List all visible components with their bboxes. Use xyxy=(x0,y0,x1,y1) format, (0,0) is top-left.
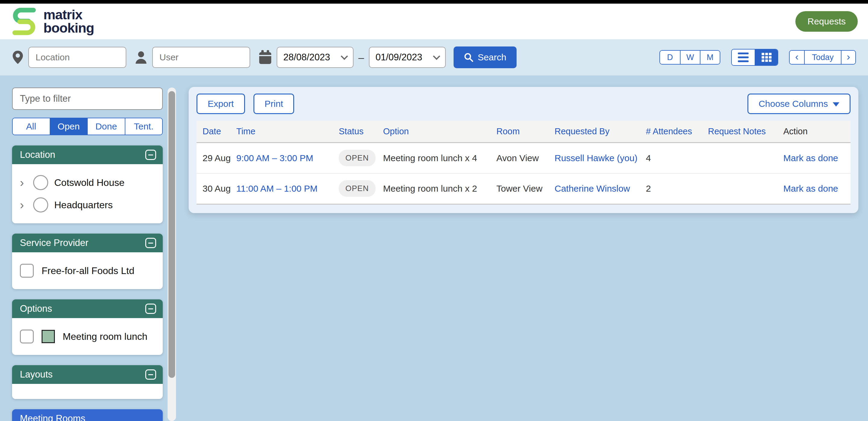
date-nav-group: ‹ Today › xyxy=(789,50,856,64)
location-radio[interactable] xyxy=(33,175,48,190)
list-icon xyxy=(738,53,749,62)
layouts-section-header[interactable]: Layouts xyxy=(12,365,163,384)
date-to-select[interactable]: 01/09/2023 xyxy=(369,47,446,68)
column-header-attendees[interactable]: # Attendees xyxy=(646,121,708,142)
logo-mark-icon xyxy=(10,6,38,37)
requests-table: Date Time Status Option Room Requested B… xyxy=(196,121,850,205)
cell-room: Tower View xyxy=(496,173,555,204)
tab-tentative[interactable]: Tent. xyxy=(125,118,162,135)
week-view-button[interactable]: W xyxy=(680,51,700,64)
column-header-status[interactable]: Status xyxy=(339,121,383,142)
options-section-header[interactable]: Options xyxy=(12,299,163,318)
section-title: Options xyxy=(20,303,52,314)
service-provider-checkbox[interactable] xyxy=(20,264,34,278)
column-header-date[interactable]: Date xyxy=(196,121,236,142)
column-header-requested-by[interactable]: Requested By xyxy=(555,121,646,142)
status-badge: OPEN xyxy=(339,180,375,197)
user-input[interactable] xyxy=(152,47,250,68)
sidebar-scrollbar-thumb[interactable] xyxy=(168,91,175,378)
time-link[interactable]: 9:00 AM – 3:00 PM xyxy=(236,153,313,163)
service-provider-section-header[interactable]: Service Provider xyxy=(12,233,163,252)
sidebar-filter-input[interactable] xyxy=(12,87,163,110)
grid-view-button[interactable] xyxy=(755,50,778,65)
cell-date: 30 Aug xyxy=(196,173,236,204)
date-from-select[interactable]: 28/08/2023 xyxy=(277,47,353,68)
cell-option: Meeting room lunch x 4 xyxy=(383,142,496,173)
mark-as-done-link[interactable]: Mark as done xyxy=(783,153,838,163)
app-header: matrix booking Requests xyxy=(0,4,868,39)
column-header-room[interactable]: Room xyxy=(496,121,555,142)
location-section-header[interactable]: Location xyxy=(12,145,163,164)
column-header-time[interactable]: Time xyxy=(236,121,339,142)
logo-text: matrix booking xyxy=(43,8,94,35)
mark-as-done-link[interactable]: Mark as done xyxy=(783,184,838,193)
status-tabs: All Open Done Tent. xyxy=(12,118,163,135)
month-view-button[interactable]: M xyxy=(700,51,720,64)
cell-request-notes xyxy=(708,173,783,204)
location-item-cotswold-house[interactable]: › Cotswold House xyxy=(20,171,155,194)
tab-open[interactable]: Open xyxy=(50,118,87,135)
cell-status: OPEN xyxy=(339,142,383,173)
expand-chevron-icon[interactable]: › xyxy=(20,200,27,209)
layouts-section: Layouts xyxy=(12,365,163,399)
date-from-value: 28/08/2023 xyxy=(283,52,342,63)
sidebar-scrollbar-track[interactable] xyxy=(167,87,176,421)
table-toolbar: Export Print Choose Columns xyxy=(196,93,850,114)
previous-period-button[interactable]: ‹ xyxy=(789,51,804,64)
requested-by-link[interactable]: Russell Hawke (you) xyxy=(555,153,638,163)
location-input[interactable] xyxy=(28,47,126,68)
matrix-booking-logo[interactable]: matrix booking xyxy=(10,6,94,37)
list-view-button[interactable] xyxy=(732,50,755,65)
location-label: Headquarters xyxy=(54,199,113,210)
today-button[interactable]: Today xyxy=(804,51,841,64)
search-button[interactable]: Search xyxy=(454,47,517,68)
calendar-scale-group: D W M xyxy=(659,50,720,64)
location-label: Cotswold House xyxy=(54,177,124,188)
collapse-minus-icon[interactable] xyxy=(145,150,156,160)
search-filter-bar: 28/08/2023 – 01/09/2023 Search D W M xyxy=(0,39,868,76)
view-mode-toggle xyxy=(731,49,778,66)
meeting-rooms-section: Meeting Rooms Avon View First floor, Cot… xyxy=(12,409,163,421)
service-provider-label: Free-for-all Foods Ltd xyxy=(41,265,134,276)
cell-requested-by: Russell Hawke (you) xyxy=(555,142,646,173)
requests-button[interactable]: Requests xyxy=(795,11,858,32)
table-row: 29 Aug 9:00 AM – 3:00 PM OPEN Meeting ro… xyxy=(196,142,850,173)
chevron-down-icon xyxy=(341,53,348,60)
meeting-rooms-section-header[interactable]: Meeting Rooms xyxy=(12,409,163,421)
date-to-value: 01/09/2023 xyxy=(375,52,434,63)
collapse-minus-icon[interactable] xyxy=(145,238,156,248)
time-link[interactable]: 11:00 AM – 1:00 PM xyxy=(236,184,318,193)
cell-attendees: 4 xyxy=(646,142,708,173)
option-label: Meeting room lunch xyxy=(63,331,147,342)
search-icon xyxy=(464,53,473,62)
user-icon xyxy=(135,50,147,64)
choose-columns-button[interactable]: Choose Columns xyxy=(747,93,850,114)
collapse-minus-icon[interactable] xyxy=(145,304,156,314)
tab-done[interactable]: Done xyxy=(87,118,125,135)
cell-request-notes xyxy=(708,142,783,173)
section-title: Layouts xyxy=(20,369,53,380)
chevron-down-icon xyxy=(433,53,440,60)
table-row: 30 Aug 11:00 AM – 1:00 PM OPEN Meeting r… xyxy=(196,173,850,204)
column-header-request-notes[interactable]: Request Notes xyxy=(708,121,783,142)
filters-sidebar: All Open Done Tent. Location › Cotswold … xyxy=(12,87,163,421)
service-provider-item[interactable]: Free-for-all Foods Ltd xyxy=(20,259,155,282)
requests-panel: Export Print Choose Columns Date Time St… xyxy=(189,87,858,213)
location-item-headquarters[interactable]: › Headquarters xyxy=(20,194,155,216)
day-view-button[interactable]: D xyxy=(660,51,680,64)
column-header-option[interactable]: Option xyxy=(383,121,496,142)
location-radio[interactable] xyxy=(33,197,48,213)
service-provider-section: Service Provider Free-for-all Foods Ltd xyxy=(12,233,163,289)
option-checkbox[interactable] xyxy=(20,330,34,343)
expand-chevron-icon[interactable]: › xyxy=(20,178,27,187)
collapse-minus-icon[interactable] xyxy=(145,369,156,380)
date-range-separator: – xyxy=(358,52,364,63)
option-item-meeting-room-lunch[interactable]: Meeting room lunch xyxy=(20,325,155,348)
print-button[interactable]: Print xyxy=(253,93,294,114)
cell-option: Meeting room lunch x 2 xyxy=(383,173,496,204)
requested-by-link[interactable]: Catherine Winslow xyxy=(555,184,630,193)
tab-all[interactable]: All xyxy=(13,118,50,135)
next-period-button[interactable]: › xyxy=(841,51,855,64)
cell-action: Mark as done xyxy=(783,142,850,173)
export-button[interactable]: Export xyxy=(196,93,245,114)
